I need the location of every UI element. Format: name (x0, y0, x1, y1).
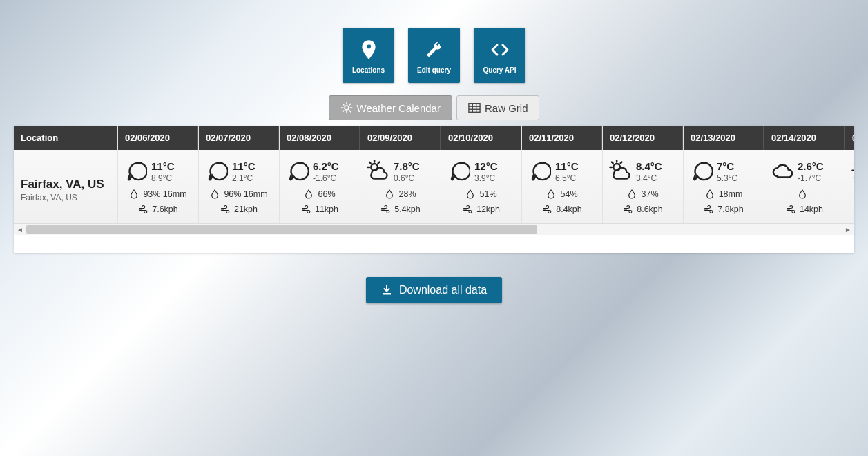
day-header: 02/12/2020 (603, 126, 683, 150)
download-all-button[interactable]: Download all data (366, 277, 502, 303)
svg-point-1 (345, 106, 349, 110)
sun-icon (340, 102, 353, 114)
temp-low: 5.3°C (717, 173, 737, 184)
temp-high: 7°C (717, 160, 737, 173)
wind-icon (220, 205, 230, 214)
precip-value: 66% (318, 189, 335, 199)
droplet-icon (798, 189, 807, 199)
wind-value: 12kph (476, 205, 500, 214)
day-header: 02/10/2020 (441, 126, 521, 150)
rain-icon (528, 160, 551, 183)
grid-icon (468, 102, 481, 113)
day-column: 02/13/2020 7°C 5.3°C 18mm 7.8kph (684, 126, 764, 223)
pin-icon (361, 37, 376, 62)
day-header: 02/06/2020 (118, 126, 198, 150)
temp-high: 11°C (151, 160, 175, 173)
day-column: 02/12/2020 8.4°C 3.4°C 37% 8.6kph (603, 126, 684, 223)
day-column: 02/15/2020 -0 -5. 10k (845, 126, 854, 223)
scroll-thumb[interactable] (26, 225, 537, 234)
temp-low: 0.6°C (394, 173, 420, 184)
rain-icon (124, 160, 147, 183)
droplet-icon (465, 189, 475, 199)
wind-icon (380, 205, 390, 214)
temp-low: 3.9°C (474, 173, 498, 184)
day-column: 02/08/2020 6.2°C -1.6°C 66% 11kph (280, 126, 360, 223)
temp-low: -1.6°C (313, 173, 339, 184)
svg-line-8 (343, 111, 344, 112)
tab-raw-grid[interactable]: Raw Grid (456, 95, 540, 120)
day-header: 02/08/2020 (280, 126, 360, 150)
day-column: 02/07/2020 11°C 2.1°C 96% 16mm 21kph (199, 126, 280, 223)
temp-high: 12°C (474, 160, 498, 173)
day-column: 02/06/2020 11°C 8.9°C 93% 16mm 7.6kph (118, 126, 199, 223)
cloud-icon (770, 160, 793, 183)
precip-value: 18mm (719, 189, 743, 199)
svg-rect-10 (469, 104, 480, 113)
wind-icon (623, 205, 633, 214)
temp-high: 11°C (232, 160, 255, 173)
wind-value: 11kph (315, 205, 338, 214)
day-header: 02/11/2020 (522, 126, 602, 150)
rain-icon (204, 160, 228, 183)
precip-value: 37% (641, 189, 658, 199)
partly-icon (608, 160, 632, 183)
droplet-icon (705, 189, 715, 199)
wind-icon (138, 205, 148, 214)
droplet-icon (210, 189, 220, 199)
wind-value: 8.4kph (556, 205, 582, 214)
droplet-icon (304, 189, 314, 199)
temp-low: 3.4°C (636, 173, 662, 184)
temp-low: 6.5°C (555, 173, 579, 184)
droplet-icon (129, 189, 139, 199)
precip-value: 96% 16mm (224, 189, 267, 199)
wind-value: 14kph (800, 205, 823, 214)
wind-icon (786, 205, 795, 214)
day-header: 02/14/2020 (764, 126, 845, 150)
precip-value: 28% (398, 189, 416, 199)
day-column: 02/11/2020 11°C 6.5°C 54% 8.4kph (522, 126, 603, 223)
scroll-right-icon[interactable]: ► (843, 225, 853, 234)
droplet-icon (385, 189, 394, 199)
svg-line-7 (349, 111, 351, 112)
wind-icon (301, 205, 311, 214)
location-header: Location (14, 126, 117, 150)
temp-low: 8.9°C (151, 173, 175, 184)
wrench-icon (426, 37, 443, 62)
wind-value: 5.4kph (394, 205, 421, 214)
temp-high: 7.8°C (394, 160, 420, 173)
wind-value: 21kph (234, 205, 258, 214)
day-column: 02/09/2020 7.8°C 0.6°C 28% 5.4kph (360, 126, 441, 223)
download-icon (381, 285, 392, 296)
svg-line-6 (343, 104, 344, 105)
precip-value: 54% (560, 189, 577, 199)
day-header: 02/13/2020 (684, 126, 764, 150)
query-api-button[interactable]: Query API (474, 28, 525, 83)
wind-value: 8.6kph (637, 205, 663, 214)
partly-icon (366, 160, 389, 183)
droplet-icon (546, 189, 556, 199)
wind-value: 7.6kph (152, 205, 178, 214)
location-name: Fairfax, VA, US (21, 178, 110, 191)
edit-query-button[interactable]: Edit query (408, 28, 460, 83)
code-icon (490, 37, 510, 62)
svg-line-9 (349, 104, 351, 105)
day-column: 02/10/2020 12°C 3.9°C 51% 12kph (441, 126, 522, 223)
forecast-panel: Location Fairfax, VA, US Fairfax, VA, US… (14, 126, 854, 253)
scroll-left-icon[interactable]: ◄ (15, 225, 25, 234)
precip-value: 51% (479, 189, 496, 199)
tab-weather-calendar[interactable]: Weather Calendar (329, 95, 452, 120)
horizontal-scrollbar[interactable]: ◄ ► (14, 223, 854, 235)
location-sub: Fairfax, VA, US (21, 193, 110, 202)
precip-value: 93% 16mm (143, 189, 186, 199)
rain-icon (447, 160, 470, 183)
day-header: 02/15/2020 (845, 126, 854, 150)
droplet-icon (627, 189, 637, 199)
rain-icon (689, 160, 713, 183)
locations-button[interactable]: Locations (343, 28, 394, 83)
temp-high: 6.2°C (313, 160, 339, 173)
rain-icon (285, 160, 309, 183)
temp-low: 2.1°C (232, 173, 255, 184)
wind-icon (463, 205, 472, 214)
wind-value: 7.8kph (717, 205, 744, 214)
temp-high: 2.6°C (798, 160, 824, 173)
